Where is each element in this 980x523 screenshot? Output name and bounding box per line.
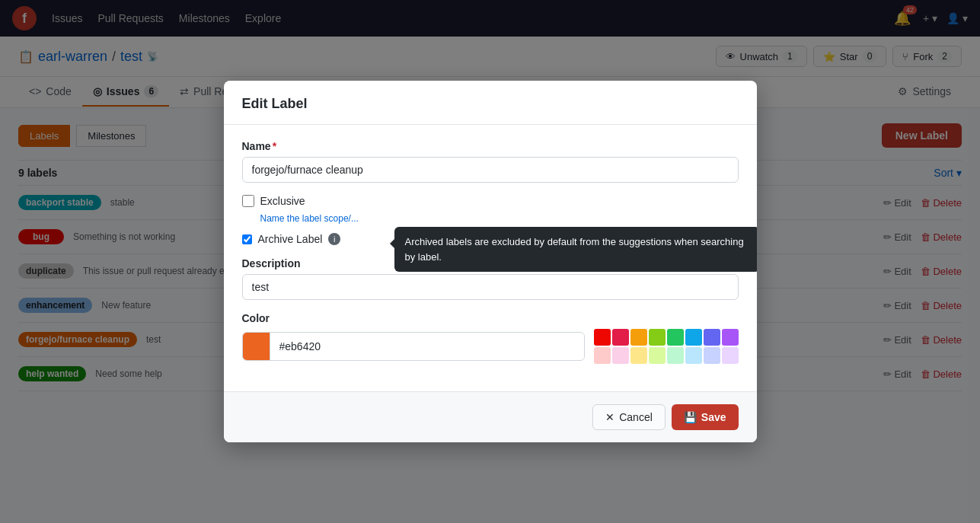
name-form-group: Name* bbox=[242, 140, 739, 183]
description-input[interactable] bbox=[242, 274, 739, 300]
archive-label-row: Archive Label i Archived labels are excl… bbox=[242, 233, 739, 245]
save-button[interactable]: 💾 Save bbox=[672, 404, 739, 407]
cancel-button[interactable]: ✕ Cancel bbox=[592, 404, 666, 407]
required-indicator: * bbox=[273, 140, 276, 152]
color-chip-pink-light[interactable] bbox=[612, 347, 629, 364]
archive-tooltip: Archived labels are excluded by default … bbox=[394, 227, 757, 272]
color-chip-purple-light[interactable] bbox=[722, 347, 739, 364]
color-chip-amber[interactable] bbox=[630, 329, 647, 346]
color-chip-red[interactable] bbox=[594, 329, 611, 346]
color-chip-purple[interactable] bbox=[722, 329, 739, 346]
archive-label[interactable]: Archive Label bbox=[258, 233, 323, 245]
color-form-group: Color bbox=[242, 312, 739, 364]
modal-title: Edit Label bbox=[242, 96, 739, 112]
edit-label-modal: Edit Label Name* Exclusive Name the labe… bbox=[224, 81, 757, 407]
modal-header: Edit Label bbox=[224, 81, 757, 125]
color-swatch bbox=[243, 333, 270, 360]
color-chip-amber-light[interactable] bbox=[630, 347, 647, 364]
color-row-2 bbox=[594, 347, 739, 364]
exclusive-label[interactable]: Exclusive bbox=[260, 195, 305, 207]
name-label: Name* bbox=[242, 140, 739, 152]
color-chip-green[interactable] bbox=[667, 329, 684, 346]
color-chip-sky[interactable] bbox=[685, 329, 702, 346]
scope-hint: Name the label scope/... bbox=[260, 213, 739, 224]
color-chip-indigo-light[interactable] bbox=[704, 347, 720, 364]
color-input-row bbox=[242, 329, 739, 364]
color-chip-sky-light[interactable] bbox=[685, 347, 702, 364]
color-chip-rose[interactable] bbox=[612, 329, 629, 346]
modal-body: Name* Exclusive Name the label scope/...… bbox=[224, 125, 757, 391]
info-icon[interactable]: i bbox=[328, 233, 340, 245]
color-chip-lime[interactable] bbox=[649, 329, 666, 346]
color-chip-red-light[interactable] bbox=[594, 347, 611, 364]
color-preview-container bbox=[242, 332, 585, 361]
name-input[interactable] bbox=[242, 157, 739, 183]
color-label: Color bbox=[242, 312, 739, 324]
modal-footer: ✕ Cancel 💾 Save bbox=[224, 391, 757, 407]
exclusive-checkbox-row: Exclusive bbox=[242, 195, 739, 207]
modal-overlay: Edit Label Name* Exclusive Name the labe… bbox=[0, 0, 980, 407]
archive-checkbox[interactable] bbox=[242, 234, 252, 244]
exclusive-checkbox[interactable] bbox=[242, 195, 254, 207]
color-palette bbox=[594, 329, 739, 364]
color-chip-lime-light[interactable] bbox=[649, 347, 666, 364]
color-hex-input[interactable] bbox=[270, 334, 584, 359]
color-chip-indigo[interactable] bbox=[704, 329, 720, 346]
color-row-1 bbox=[594, 329, 739, 346]
color-chip-green-light[interactable] bbox=[667, 347, 684, 364]
